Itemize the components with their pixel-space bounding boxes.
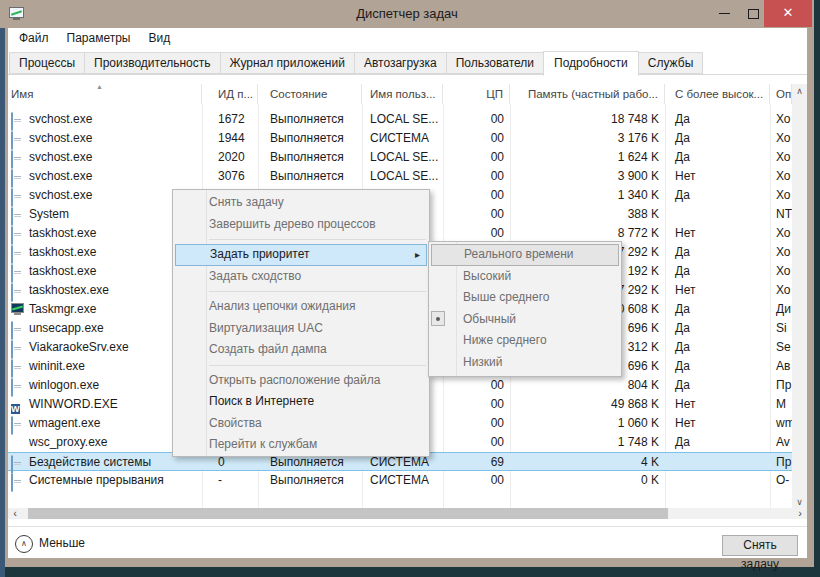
cell-col-description: NT [770,205,792,224]
cell-col-cpu: 00 [443,186,510,205]
vertical-scrollbar[interactable]: ∧ ∨ [792,84,807,510]
context-menu-item-8[interactable]: Создать файл дампа [173,339,429,361]
cell-col-elevated: Да [665,262,770,281]
header-col-status[interactable]: Состояние [258,84,362,104]
cell-col-user: LOCAL SE... [362,110,443,129]
cell-col-cpu: 00 [443,395,510,414]
header-col-memory[interactable]: Память (частный рабо... [510,84,665,104]
cell-col-status: Выполняется [258,167,362,186]
context-menu-item-10[interactable]: Открыть расположение файла [173,370,429,392]
cell-col-user: СИСТЕМА [362,129,443,148]
cell-col-cpu: 00 [443,129,510,148]
context-menu-item-0[interactable]: Снять задачу [173,192,429,214]
menubar-item-2[interactable]: Вид [139,29,179,47]
context-menu-item-label: Задать сходство [173,269,301,283]
context-menu-item-11[interactable]: Поиск в Интернете [173,391,429,413]
tab-журнал-приложений[interactable]: Журнал приложений [220,52,355,74]
cell-col-description: Хо [770,243,792,262]
horizontal-scrollbar-thumb[interactable] [28,508,668,519]
cell-col-memory: 1 340 K [510,186,665,205]
window-title: Диспетчер задач [0,0,814,28]
cell-col-description: Хо [770,110,792,129]
priority-item-label: Низкий [429,355,503,369]
cell-col-user: СИСТЕМА [362,471,443,490]
cell-col-description: M [770,395,792,414]
header-col-description[interactable]: Оп [770,84,792,104]
collapse-details-button[interactable]: ∧ [15,535,33,553]
table-row[interactable]: svchost.exe1944ВыполняетсяСИСТЕМА003 176… [8,129,792,148]
cell-col-cpu: 00 [443,471,510,490]
minimize-button[interactable] [710,0,738,27]
table-row[interactable]: Системные прерывания-ВыполняетсяСИСТЕМА0… [8,471,792,490]
priority-item-1[interactable]: Высокий [429,266,621,288]
context-menu-item-label: Свойства [173,416,262,430]
header-col-elevated[interactable]: С более высок... [665,84,770,104]
table-row[interactable]: svchost.exe1672ВыполняетсяLOCAL SE...001… [8,110,792,129]
cell-col-memory: 1 748 K [510,433,665,452]
titlebar[interactable]: Диспетчер задач ✕ [0,0,814,28]
scroll-left-icon[interactable]: ‹ [8,508,22,519]
table-row[interactable]: svchost.exe2020ВыполняетсяLOCAL SE...001… [8,148,792,167]
context-menu-item-6[interactable]: Анализ цепочки ожидания [173,296,429,318]
priority-item-0[interactable]: Реального времени [431,244,619,266]
cell-col-memory: 1 060 K [510,414,665,433]
priority-item-5[interactable]: Низкий [429,352,621,374]
tab-автозагрузка[interactable]: Автозагрузка [354,52,447,74]
cell-col-pid: 2020 [202,148,258,167]
cell-col-user: LOCAL SE... [362,167,443,186]
end-task-button[interactable]: Снять задачу [722,535,798,556]
table-row[interactable]: svchost.exe3076ВыполняетсяLOCAL SE...003… [8,167,792,186]
header-col-name[interactable]: Имя [8,84,202,104]
cell-col-memory: 388 K [510,205,665,224]
context-menu-item-4[interactable]: Задать сходство [173,266,429,288]
context-menu: Снять задачуЗавершить дерево процессовЗа… [172,189,430,457]
context-menu-item-7[interactable]: Виртуализация UAC [173,318,429,340]
tab-процессы[interactable]: Процессы [9,52,85,74]
context-menu-item-13[interactable]: Перейти к службам [173,434,429,456]
context-menu-item-1[interactable]: Завершить дерево процессов [173,214,429,236]
context-menu-item-3[interactable]: Задать приоритет▸ [175,244,427,266]
cell-col-elevated [665,205,770,224]
header-col-cpu[interactable]: ЦП [443,84,510,104]
cell-col-description: Хо [770,129,792,148]
cell-col-name: svchost.exe [8,129,202,148]
context-menu-item-label: Задать приоритет [176,247,309,261]
cell-col-description: Ав [770,357,792,376]
tab-производительность[interactable]: Производительность [84,52,220,74]
cell-col-description: Хо [770,224,792,243]
cell-col-cpu: 00 [443,110,510,129]
header-col-user[interactable]: Имя польз... [362,84,443,104]
cell-col-elevated: Да [665,129,770,148]
cell-col-status: Выполняется [258,471,362,490]
priority-item-4[interactable]: Ниже среднего [429,330,621,352]
cell-col-elevated: Да [665,376,770,395]
cell-col-elevated: Да [665,300,770,319]
cell-col-elevated: Нет [665,281,770,300]
maximize-button[interactable] [740,0,766,27]
menubar-item-1[interactable]: Параметры [58,29,140,47]
collapse-details-label[interactable]: Меньше [39,535,85,551]
context-menu-item-label: Перейти к службам [173,437,317,451]
cell-col-description: Пр [770,453,792,472]
priority-item-3[interactable]: Обычный [429,309,621,331]
close-button[interactable]: ✕ [764,0,812,27]
tab-пользователи[interactable]: Пользователи [446,52,544,74]
priority-item-2[interactable]: Выше среднего [429,287,621,309]
cell-col-elevated: Да [665,433,770,452]
context-menu-item-12[interactable]: Свойства [173,413,429,435]
scroll-right-icon[interactable]: › [793,508,807,519]
cell-col-description: Пр [770,376,792,395]
menubar-item-0[interactable]: Файл [10,29,58,47]
tab-службы[interactable]: Службы [638,52,703,74]
priority-submenu: Реального времениВысокийВыше среднегоОбы… [428,241,622,377]
horizontal-scrollbar[interactable]: ‹ › [8,508,807,519]
cell-col-elevated: Да [665,148,770,167]
header-col-pid[interactable]: ИД п... [202,84,258,104]
tab-подробности[interactable]: Подробности [543,51,639,76]
context-menu-item-label: Снять задачу [173,195,284,209]
cell-col-name: Системные прерывания [8,471,202,490]
cell-col-pid: 3076 [202,167,258,186]
scroll-up-icon[interactable]: ∧ [792,84,807,99]
cell-col-description: О- [770,471,792,490]
cell-col-elevated: Да [665,243,770,262]
